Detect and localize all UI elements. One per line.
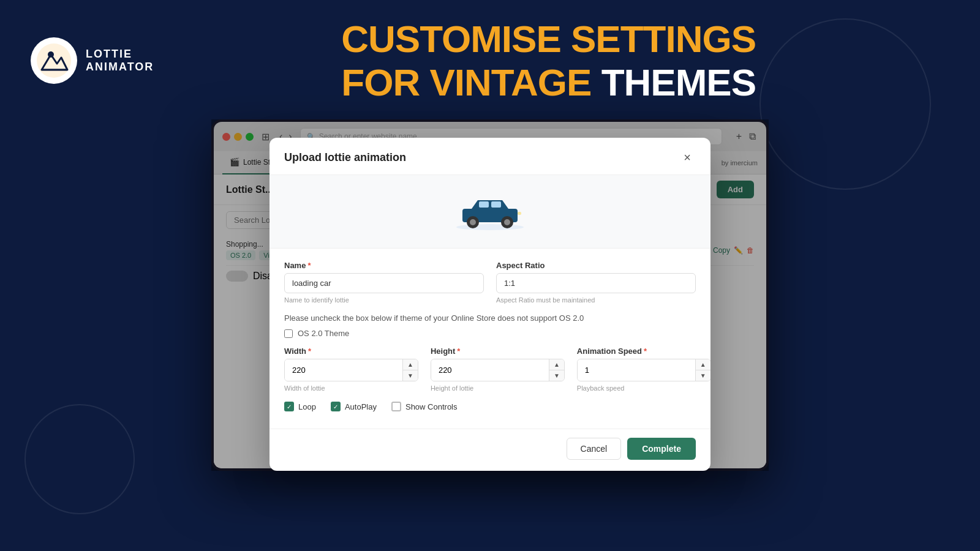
- modal-footer: Cancel Complete: [270, 429, 710, 468]
- form-group-name: Name * Name to identify lottie: [284, 261, 484, 304]
- width-decrement[interactable]: ▼: [403, 370, 418, 381]
- speed-spinner: ▲ ▼: [577, 359, 710, 381]
- width-required: *: [308, 347, 311, 356]
- modal-close-button[interactable]: ×: [679, 151, 696, 166]
- svg-point-2: [456, 224, 524, 230]
- svg-point-1: [48, 51, 54, 58]
- speed-required: *: [644, 347, 647, 356]
- name-required: *: [307, 261, 311, 270]
- show-controls-label: Show Controls: [405, 402, 458, 411]
- autoplay-label: AutoPlay: [345, 402, 377, 411]
- speed-decrement[interactable]: ▼: [696, 370, 710, 381]
- headline-for-vintage: FOR VINTAGE: [341, 61, 591, 103]
- form-group-height: Height * ▲ ▼ Heigh: [431, 347, 565, 392]
- height-label: Height *: [431, 347, 565, 356]
- bg-decoration-circle-1: [760, 18, 931, 190]
- modal-header: Upload lottie animation ×: [270, 151, 710, 175]
- svg-rect-5: [491, 201, 501, 208]
- svg-point-9: [504, 219, 510, 225]
- loop-checkbox-item[interactable]: ✓ Loop: [284, 402, 316, 411]
- autoplay-checkbox-item[interactable]: ✓ AutoPlay: [331, 402, 377, 411]
- logo-title: LOTTIEANIMATOR: [86, 48, 154, 74]
- name-hint: Name to identify lottie: [284, 296, 484, 304]
- show-controls-checkbox-item[interactable]: Show Controls: [391, 402, 458, 411]
- browser-window: ⊞ ‹ › 🔍 Search or enter website name + ⧉…: [211, 119, 769, 471]
- form-group-speed: Animation Speed * ▲ ▼: [577, 347, 710, 392]
- height-hint: Height of lottie: [431, 384, 565, 392]
- height-input[interactable]: [431, 359, 549, 381]
- height-spinner-buttons: ▲ ▼: [549, 359, 564, 381]
- car-animation: [453, 187, 527, 236]
- modal-body: Name * Name to identify lottie Aspect Ra…: [270, 249, 710, 429]
- speed-hint: Playback speed: [577, 384, 710, 392]
- width-label: Width *: [284, 347, 418, 356]
- animation-preview-area: [270, 175, 710, 249]
- os-theme-label: OS 2.0 Theme: [298, 329, 349, 338]
- width-spinner: ▲ ▼: [284, 359, 418, 381]
- height-spinner: ▲ ▼: [431, 359, 565, 381]
- height-required: *: [457, 347, 460, 356]
- svg-rect-4: [479, 201, 489, 208]
- width-spinner-buttons: ▲ ▼: [402, 359, 418, 381]
- logo-circle: [31, 37, 77, 84]
- browser-body: 🎬 Lottie Store Animator by imercium Lott…: [214, 151, 766, 468]
- form-row-name-aspect: Name * Name to identify lottie Aspect Ra…: [284, 261, 696, 304]
- form-group-width: Width * ▲ ▼ Width: [284, 347, 418, 392]
- checkboxes-row: ✓ Loop ✓ AutoPlay Show Controls: [284, 402, 696, 411]
- browser-outer: ⊞ ‹ › 🔍 Search or enter website name + ⧉…: [211, 119, 769, 471]
- autoplay-checked-box: ✓: [331, 402, 341, 411]
- os-theme-checkbox[interactable]: [284, 329, 293, 338]
- name-label: Name *: [284, 261, 484, 270]
- modal-title: Upload lottie animation: [284, 151, 406, 164]
- form-group-aspect: Aspect Ratio Aspect Ratio must be mainta…: [496, 261, 696, 304]
- aspect-ratio-hint: Aspect Ratio must be maintained: [496, 296, 696, 304]
- name-input[interactable]: [284, 273, 484, 293]
- svg-rect-10: [518, 212, 521, 215]
- height-increment[interactable]: ▲: [549, 359, 564, 370]
- width-increment[interactable]: ▲: [403, 359, 418, 370]
- os-notice: Please uncheck the box below if theme of…: [284, 313, 696, 323]
- headline-settings: SETTINGS: [571, 18, 756, 60]
- svg-point-7: [470, 219, 476, 225]
- aspect-ratio-input[interactable]: [496, 273, 696, 293]
- complete-button[interactable]: Complete: [627, 438, 696, 460]
- width-input[interactable]: [285, 359, 402, 381]
- logo-wrap: LOTTIEANIMATOR: [31, 37, 154, 84]
- upload-modal: Upload lottie animation ×: [270, 151, 710, 468]
- cancel-button[interactable]: Cancel: [567, 438, 622, 460]
- logo-text: LOTTIEANIMATOR: [86, 48, 154, 74]
- loop-checked-box: ✓: [284, 402, 294, 411]
- speed-input[interactable]: [578, 359, 695, 381]
- speed-label: Animation Speed *: [577, 347, 710, 356]
- height-decrement[interactable]: ▼: [549, 370, 564, 381]
- os-theme-checkbox-row: OS 2.0 Theme: [284, 329, 696, 338]
- modal-overlay: Upload lottie animation ×: [214, 151, 766, 468]
- speed-spinner-buttons: ▲ ▼: [695, 359, 710, 381]
- speed-increment[interactable]: ▲: [696, 359, 710, 370]
- form-row-dimensions: Width * ▲ ▼ Width: [284, 347, 696, 392]
- width-hint: Width of lottie: [284, 384, 418, 392]
- show-controls-unchecked-box: [391, 402, 401, 411]
- bg-decoration-circle-2: [24, 404, 135, 514]
- headline-customise: CUSTOMISE: [341, 18, 571, 60]
- aspect-ratio-label: Aspect Ratio: [496, 261, 696, 270]
- headline-themes: THEMES: [591, 61, 756, 103]
- loop-label: Loop: [298, 402, 316, 411]
